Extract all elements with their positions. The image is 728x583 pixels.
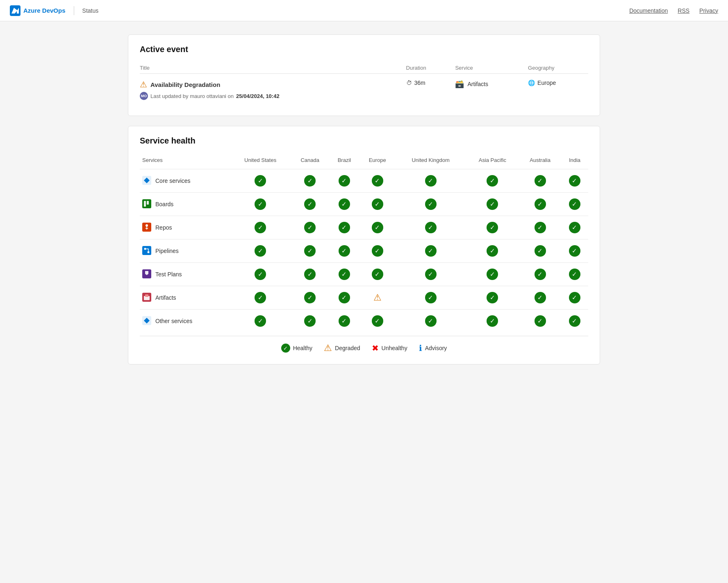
status-cell-4-1[interactable]: ✓ xyxy=(291,263,329,286)
status-cell-3-7[interactable]: ✓ xyxy=(561,239,588,263)
status-cell-2-6[interactable]: ✓ xyxy=(519,216,561,239)
service-cell-1: Boards xyxy=(140,193,230,216)
status-cell-3-3[interactable]: ✓ xyxy=(359,239,395,263)
status-cell-6-0[interactable]: ✓ xyxy=(230,310,291,333)
status-healthy-icon: ✓ xyxy=(339,315,350,327)
status-cell-5-0[interactable]: ✓ xyxy=(230,286,291,310)
status-healthy-icon: ✓ xyxy=(304,315,316,327)
status-cell-0-0[interactable]: ✓ xyxy=(230,169,291,193)
service-cell-5: Artifacts xyxy=(140,286,230,310)
status-cell-0-6[interactable]: ✓ xyxy=(519,169,561,193)
service-label: Test Plans xyxy=(155,271,182,278)
legend-healthy: ✓ Healthy xyxy=(281,344,312,353)
service-health-title: Service health xyxy=(140,136,588,146)
event-col-service: Service xyxy=(452,62,525,74)
status-healthy-icon: ✓ xyxy=(339,245,350,257)
status-cell-6-6[interactable]: ✓ xyxy=(519,310,561,333)
documentation-link[interactable]: Documentation xyxy=(629,7,668,14)
status-cell-0-7[interactable]: ✓ xyxy=(561,169,588,193)
status-healthy-icon: ✓ xyxy=(339,292,350,303)
status-cell-0-2[interactable]: ✓ xyxy=(329,169,359,193)
status-cell-6-3[interactable]: ✓ xyxy=(359,310,395,333)
status-cell-2-1[interactable]: ✓ xyxy=(291,216,329,239)
status-healthy-icon: ✓ xyxy=(487,222,498,233)
service-cell-4: Test Plans xyxy=(140,263,230,286)
status-cell-5-4[interactable]: ✓ xyxy=(396,286,466,310)
status-cell-4-0[interactable]: ✓ xyxy=(230,263,291,286)
health-col-united-kingdom: United Kingdom xyxy=(396,154,466,169)
legend: ✓ Healthy ⚠ Degraded ✖ Unhealthy ℹ Advis… xyxy=(140,336,588,354)
status-cell-5-7[interactable]: ✓ xyxy=(561,286,588,310)
status-healthy-icon: ✓ xyxy=(425,198,437,210)
status-cell-4-7[interactable]: ✓ xyxy=(561,263,588,286)
status-cell-2-4[interactable]: ✓ xyxy=(396,216,466,239)
service-name-cell: Core services xyxy=(142,176,228,186)
status-cell-0-5[interactable]: ✓ xyxy=(466,169,519,193)
status-cell-3-2[interactable]: ✓ xyxy=(329,239,359,263)
health-col-australia: Australia xyxy=(519,154,561,169)
status-cell-5-3[interactable]: ⚠ xyxy=(359,286,395,310)
status-cell-3-1[interactable]: ✓ xyxy=(291,239,329,263)
status-cell-3-4[interactable]: ✓ xyxy=(396,239,466,263)
service-cell: 🗃️ Artifacts xyxy=(455,80,521,89)
status-healthy-icon: ✓ xyxy=(535,175,546,187)
status-healthy-icon: ✓ xyxy=(569,292,580,303)
status-cell-4-6[interactable]: ✓ xyxy=(519,263,561,286)
status-cell-2-0[interactable]: ✓ xyxy=(230,216,291,239)
privacy-link[interactable]: Privacy xyxy=(699,7,718,14)
status-cell-5-6[interactable]: ✓ xyxy=(519,286,561,310)
status-cell-6-1[interactable]: ✓ xyxy=(291,310,329,333)
status-healthy-icon: ✓ xyxy=(569,245,580,257)
status-cell-0-4[interactable]: ✓ xyxy=(396,169,466,193)
status-cell-3-6[interactable]: ✓ xyxy=(519,239,561,263)
unhealthy-label: Unhealthy xyxy=(382,345,407,351)
status-cell-5-2[interactable]: ✓ xyxy=(329,286,359,310)
status-cell-1-3[interactable]: ✓ xyxy=(359,193,395,216)
service-health-table: ServicesUnited StatesCanadaBrazilEuropeU… xyxy=(140,154,588,332)
service-cell-3: Pipelines xyxy=(140,239,230,263)
service-name-cell: Test Plans xyxy=(142,269,228,280)
status-cell-1-1[interactable]: ✓ xyxy=(291,193,329,216)
status-cell-2-7[interactable]: ✓ xyxy=(561,216,588,239)
status-cell-3-0[interactable]: ✓ xyxy=(230,239,291,263)
status-cell-6-2[interactable]: ✓ xyxy=(329,310,359,333)
status-cell-4-4[interactable]: ✓ xyxy=(396,263,466,286)
service-name-cell: Other services xyxy=(142,316,228,326)
event-updated: MO Last updated by mauro ottaviani on 25… xyxy=(140,92,400,100)
status-cell-1-2[interactable]: ✓ xyxy=(329,193,359,216)
service-label: Other services xyxy=(155,318,192,324)
status-cell-1-7[interactable]: ✓ xyxy=(561,193,588,216)
azure-devops-logo[interactable]: Azure DevOps xyxy=(10,5,66,16)
status-healthy-icon: ✓ xyxy=(339,198,350,210)
degraded-legend-icon: ⚠ xyxy=(324,344,332,353)
status-healthy-icon: ✓ xyxy=(255,222,266,233)
status-cell-1-5[interactable]: ✓ xyxy=(466,193,519,216)
status-healthy-icon: ✓ xyxy=(304,222,316,233)
status-cell-1-0[interactable]: ✓ xyxy=(230,193,291,216)
status-cell-0-3[interactable]: ✓ xyxy=(359,169,395,193)
rss-link[interactable]: RSS xyxy=(678,7,689,14)
status-cell-5-5[interactable]: ✓ xyxy=(466,286,519,310)
status-cell-4-3[interactable]: ✓ xyxy=(359,263,395,286)
degraded-label: Degraded xyxy=(335,345,360,351)
health-row-pipelines: Pipelines ✓✓✓✓✓✓✓✓ xyxy=(140,239,588,263)
status-cell-3-5[interactable]: ✓ xyxy=(466,239,519,263)
geography-icon: 🌐 xyxy=(528,80,535,86)
service-cell-6: Other services xyxy=(140,310,230,333)
status-cell-6-4[interactable]: ✓ xyxy=(396,310,466,333)
status-cell-6-5[interactable]: ✓ xyxy=(466,310,519,333)
status-cell-6-7[interactable]: ✓ xyxy=(561,310,588,333)
status-cell-0-1[interactable]: ✓ xyxy=(291,169,329,193)
duration-icon: ⏱ xyxy=(406,80,412,86)
status-cell-1-6[interactable]: ✓ xyxy=(519,193,561,216)
status-cell-2-2[interactable]: ✓ xyxy=(329,216,359,239)
status-cell-2-5[interactable]: ✓ xyxy=(466,216,519,239)
status-cell-2-3[interactable]: ✓ xyxy=(359,216,395,239)
status-cell-5-1[interactable]: ✓ xyxy=(291,286,329,310)
svg-rect-5 xyxy=(147,201,149,205)
main-content: Active event Title Duration Service Geog… xyxy=(118,34,610,364)
status-cell-1-4[interactable]: ✓ xyxy=(396,193,466,216)
status-cell-4-2[interactable]: ✓ xyxy=(329,263,359,286)
health-row-test-plans: Test Plans ✓✓✓✓✓✓✓✓ xyxy=(140,263,588,286)
status-cell-4-5[interactable]: ✓ xyxy=(466,263,519,286)
